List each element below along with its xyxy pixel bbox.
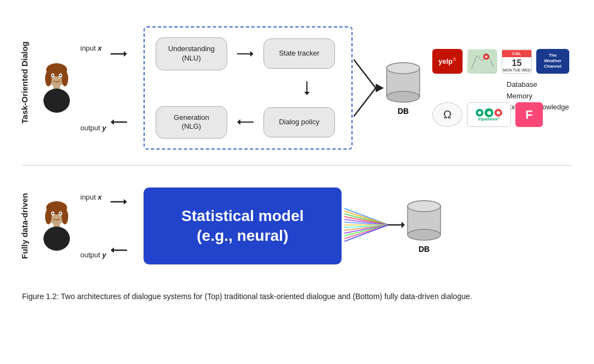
- db-label-top: DB: [398, 107, 409, 115]
- input-label-top: input x: [80, 44, 106, 52]
- db-cylinder-bottom: [405, 198, 443, 242]
- svg-point-27: [387, 91, 420, 102]
- nlg-box: Generation(NLG): [156, 106, 227, 139]
- db-label-bottom: DB: [419, 245, 430, 253]
- io-labels-bottom: input x output y: [80, 193, 106, 259]
- bottom-section: Fully data-driven: [16, 171, 578, 281]
- dashed-box: Understanding(NLU) State tracker Generat…: [144, 26, 353, 150]
- svg-line-20: [354, 59, 376, 88]
- svg-marker-19: [237, 119, 240, 125]
- svg-marker-43: [124, 199, 127, 205]
- svg-point-8: [52, 75, 54, 76]
- svg-marker-13: [111, 119, 114, 125]
- dashed-row-1: Understanding(NLU) State tracker: [156, 37, 340, 70]
- state-tracker-box: State tracker: [263, 38, 335, 69]
- svg-point-34: [45, 209, 52, 224]
- svg-point-31: [485, 56, 487, 58]
- svg-point-35: [62, 209, 68, 224]
- nlu-to-tracker-arrow: [237, 49, 254, 58]
- output-arrow-top: [111, 118, 127, 126]
- db-bottom: DB: [405, 198, 443, 253]
- wikipedia-icon: Ω: [432, 102, 463, 127]
- connector-top: [354, 44, 384, 132]
- db-top: DB: [384, 60, 422, 115]
- svg-point-65: [408, 229, 441, 240]
- tripadvisor-label: tripadvisor°: [479, 117, 500, 121]
- figure-caption: Figure 1.2: Two architectures of dialogu…: [16, 291, 578, 302]
- map-icon: [467, 49, 497, 74]
- svg-point-9: [60, 75, 62, 76]
- top-section: Task-Oriented Dialog: [16, 11, 578, 165]
- avatar-bottom: [37, 201, 76, 251]
- svg-marker-15: [250, 51, 254, 57]
- svg-point-28: [387, 63, 420, 74]
- input-arrow-top: [111, 49, 127, 58]
- icons-row-2: Ω: [432, 102, 569, 127]
- statistical-model-box: Statistical model(e.g., neural): [144, 187, 342, 264]
- svg-point-2: [45, 71, 52, 86]
- svg-point-37: [43, 227, 70, 251]
- svg-marker-17: [304, 92, 310, 95]
- input-label-bottom: input x: [80, 193, 106, 201]
- neural-wire: [344, 197, 405, 255]
- svg-marker-11: [124, 51, 127, 57]
- bottom-section-label: Fully data-driven: [16, 177, 32, 275]
- top-section-label: Task-Oriented Dialog: [16, 16, 32, 148]
- tracker-to-policy-arrow: [302, 81, 311, 95]
- main-container: Task-Oriented Dialog: [0, 0, 594, 364]
- svg-line-21: [354, 88, 376, 117]
- yelp-icon: yelp*: [432, 49, 463, 74]
- input-arrow-bottom: [111, 197, 127, 206]
- calendar-icon: CAL 15 MON TUE WED: [502, 49, 532, 74]
- bottom-section-inner: input x output y Statistical model(e.g.,…: [37, 187, 578, 264]
- top-section-inner: input x output y Understanding(NLU) Stat…: [37, 26, 578, 150]
- svg-point-41: [60, 213, 62, 214]
- svg-point-40: [52, 213, 54, 214]
- dialog-policy-box: Dialog policy: [263, 107, 335, 137]
- policy-to-nlg-arrow: [237, 118, 254, 126]
- db-cylinder-top: [384, 60, 422, 104]
- svg-point-3: [62, 71, 68, 86]
- tripadvisor-icon: tripadvisor°: [467, 102, 511, 127]
- svg-marker-22: [376, 84, 384, 92]
- svg-point-5: [43, 89, 70, 113]
- weather-channel-icon: The Weather Channel: [536, 49, 569, 74]
- io-labels-top: input x output y: [80, 44, 106, 132]
- foursquare-icon: F: [515, 102, 543, 127]
- divider: [22, 165, 572, 166]
- output-arrow-bottom: [111, 246, 127, 255]
- output-label-top: output y: [80, 124, 106, 132]
- icons-row-1: yelp* CAL 15: [432, 49, 569, 74]
- service-icons-top: yelp* CAL 15: [432, 49, 569, 127]
- dashed-row-2: Generation(NLG) Dialog policy: [156, 106, 340, 139]
- svg-marker-45: [111, 247, 114, 253]
- avatar-top: [37, 63, 76, 113]
- nlu-box: Understanding(NLU): [156, 37, 227, 70]
- svg-point-66: [408, 201, 441, 212]
- output-label-bottom: output y: [80, 251, 106, 259]
